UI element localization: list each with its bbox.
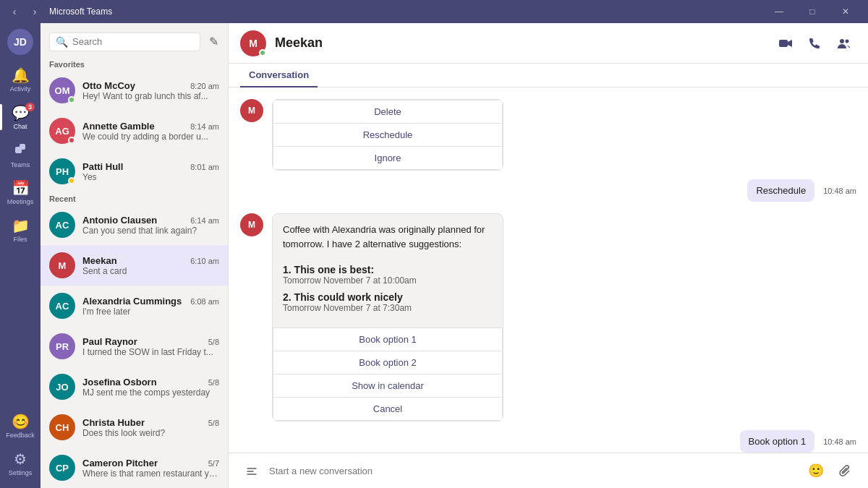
new-chat-button[interactable]: ✎	[206, 32, 221, 51]
chat-item-josefina[interactable]: JO Josefina Osborn 5/8 MJ sent me the co…	[41, 367, 228, 407]
sidebar-item-meetings[interactable]: 📅 Meetings	[0, 174, 41, 211]
reschedule-button[interactable]: Reschedule	[273, 124, 503, 147]
chat-item-otto[interactable]: OM Otto McCoy 8:20 am Hey! Want to grab …	[41, 70, 228, 111]
ignore-button[interactable]: Ignore	[273, 147, 503, 170]
option-1: 1. This one is best: Tomorrow November 7…	[283, 264, 493, 286]
msg-avatar-bot1: M	[240, 99, 263, 122]
cancel-button[interactable]: Cancel	[273, 398, 503, 421]
chat-name-josefina: Josefina Osborn	[82, 377, 157, 388]
minimize-button[interactable]: ―	[762, 0, 796, 23]
audio-call-button[interactable]	[801, 30, 827, 56]
favorites-label: Favorites	[41, 57, 228, 70]
titlebar-nav: ‹ ›	[6, 3, 43, 20]
sidebar-label-chat: Chat	[13, 123, 27, 130]
chat-time-otto: 8:20 am	[190, 82, 219, 90]
option-1-subtitle: Tomorrow November 7 at 10:00am	[283, 275, 493, 286]
sidebar-label-teams: Teams	[11, 161, 30, 168]
search-icon: 🔍	[56, 36, 68, 48]
icon-sidebar: JD 🔔 Activity 3 💬 Chat Teams 📅 Meetings	[0, 23, 41, 488]
chat-item-paul[interactable]: PR Paul Raynor 5/8 I turned the SOW in l…	[41, 326, 228, 367]
participants-button[interactable]	[830, 30, 856, 56]
nav-back-button[interactable]: ‹	[6, 3, 23, 20]
chat-name-meekan: Meekan	[82, 255, 117, 266]
sidebar-label-files: Files	[13, 236, 27, 243]
avatar-cameron: CP	[49, 455, 75, 481]
nav-forward-button[interactable]: ›	[26, 3, 43, 20]
user-time-row-book: Book option 1 10:48 am	[740, 430, 856, 453]
chat-item-antonio[interactable]: AC Antonio Clausen 6:14 am Can you send …	[41, 205, 228, 245]
chat-info-josefina: Josefina Osborn 5/8 MJ sent me the comps…	[82, 377, 219, 398]
chat-name-annette: Annette Gamble	[82, 121, 155, 132]
sidebar-item-settings[interactable]: ⚙ Settings	[0, 445, 41, 482]
chat-item-annette[interactable]: AG Annette Gamble 8:14 am We could try a…	[41, 111, 228, 151]
msg-content-user-book: Book option 1 10:48 am	[740, 430, 856, 453]
book-option-1-button[interactable]: Book option 1	[273, 328, 503, 351]
option-2: 2. This could work nicely Tomorrow Novem…	[283, 291, 493, 313]
message-group-user-reschedule: Reschedule 10:48 am	[240, 179, 856, 205]
chat-preview-paul: I turned the SOW in last Friday t...	[82, 347, 219, 357]
chat-preview-antonio: Can you send that link again?	[82, 226, 219, 236]
emoji-button[interactable]: 🙂	[804, 459, 827, 482]
msg-content-suggestions: Coffee with Alexandria was originally pl…	[272, 213, 503, 421]
chat-info-paul: Paul Raynor 5/8 I turned the SOW in last…	[82, 336, 219, 357]
video-call-button[interactable]	[773, 30, 799, 56]
teams-icon	[13, 142, 27, 160]
titlebar: ‹ › Microsoft Teams ― □ ✕	[0, 0, 868, 23]
msg-content-user-reschedule: Reschedule 10:48 am	[747, 179, 856, 205]
show-in-calendar-button[interactable]: Show in calendar	[273, 374, 503, 398]
chat-list-header: 🔍 ✎	[41, 23, 228, 57]
sidebar-item-files[interactable]: 📁 Files	[0, 211, 41, 249]
avatar-patti: PH	[49, 158, 75, 184]
close-button[interactable]: ✕	[829, 0, 862, 23]
sidebar-item-teams[interactable]: Teams	[0, 136, 41, 174]
chat-info-annette: Annette Gamble 8:14 am We could try addi…	[82, 121, 219, 142]
main-container: JD 🔔 Activity 3 💬 Chat Teams 📅 Meetings	[0, 23, 868, 488]
chat-item-christa[interactable]: CH Christa Huber 5/8 Does this look weir…	[41, 407, 228, 448]
search-input[interactable]	[72, 36, 194, 47]
messages-area[interactable]: M Delete Reschedule Ignore Reschedule 10…	[229, 87, 868, 453]
action-card-1: Delete Reschedule Ignore	[272, 99, 503, 171]
avatar-josefina: JO	[49, 374, 75, 400]
sidebar-label-settings: Settings	[9, 469, 33, 476]
sidebar-item-chat[interactable]: 3 💬 Chat	[0, 98, 41, 136]
compose-format-button[interactable]	[240, 459, 263, 482]
option-2-subtitle: Tomorrow November 7 at 7:30am	[283, 303, 493, 313]
chat-time-cameron: 5/7	[208, 459, 219, 468]
tab-conversation[interactable]: Conversation	[240, 64, 318, 87]
chat-item-patti[interactable]: PH Patti Hull 8:01 am Yes	[41, 151, 228, 192]
header-actions	[773, 30, 856, 56]
maximize-button[interactable]: □	[796, 0, 829, 23]
chat-header-name: Meekan	[275, 35, 764, 51]
chat-header-avatar: M	[240, 30, 266, 56]
chat-preview-annette: We could try adding a border u...	[82, 132, 219, 142]
chat-name-row-otto: Otto McCoy 8:20 am	[82, 80, 219, 91]
delete-button[interactable]: Delete	[273, 100, 503, 124]
chat-info-otto: Otto McCoy 8:20 am Hey! Want to grab lun…	[82, 80, 219, 101]
svg-rect-2	[779, 40, 788, 47]
chat-info-christa: Christa Huber 5/8 Does this look weird?	[82, 417, 219, 438]
chat-name-patti: Patti Hull	[82, 161, 123, 172]
sidebar-item-activity[interactable]: 🔔 Activity	[0, 61, 41, 98]
book-option-2-button[interactable]: Book option 2	[273, 351, 503, 374]
suggestions-card: Coffee with Alexandria was originally pl…	[272, 213, 503, 421]
svg-marker-3	[788, 40, 792, 47]
chat-item-cameron[interactable]: CP Cameron Pitcher 5/7 Where is that ram…	[41, 448, 228, 488]
msg-avatar-bot2: M	[240, 213, 263, 236]
activity-icon: 🔔	[12, 67, 30, 84]
avatar-christa: CH	[49, 414, 75, 440]
chat-time-alexandria: 6:08 am	[190, 297, 219, 306]
chat-preview-josefina: MJ sent me the comps yesterday	[82, 388, 219, 398]
attach-button[interactable]	[833, 459, 856, 482]
chat-name-antonio: Antonio Clausen	[82, 215, 157, 226]
chat-time-josefina: 5/8	[208, 378, 219, 387]
compose-input[interactable]	[269, 466, 799, 476]
compose-area: 🙂	[229, 453, 868, 488]
chat-item-alexandria[interactable]: AC Alexandria Cummings 6:08 am I'm free …	[41, 286, 228, 326]
chat-main: M Meekan	[229, 23, 868, 488]
feedback-icon: 😊	[12, 413, 30, 430]
chat-header: M Meekan	[229, 23, 868, 64]
chat-item-meekan[interactable]: M Meekan 6:10 am Sent a card	[41, 245, 228, 286]
sidebar-item-feedback[interactable]: 😊 Feedback	[0, 407, 41, 445]
chat-info-patti: Patti Hull 8:01 am Yes	[82, 161, 219, 182]
user-avatar[interactable]: JD	[7, 29, 33, 55]
